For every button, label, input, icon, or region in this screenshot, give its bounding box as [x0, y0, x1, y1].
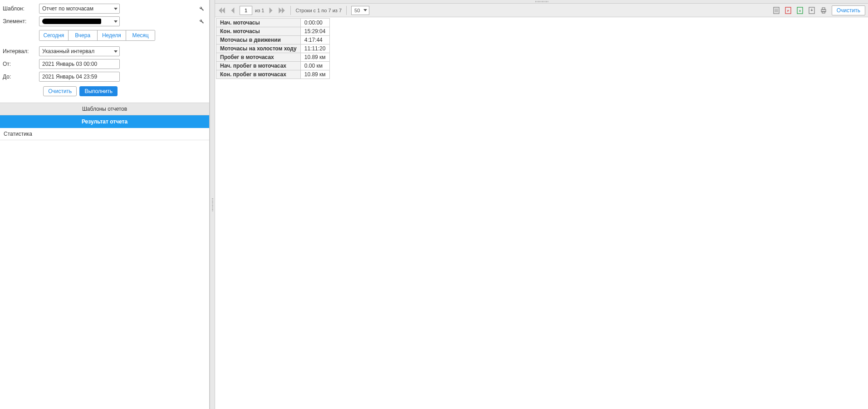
quick-month[interactable]: Месяц	[126, 30, 155, 40]
prev-page-button[interactable]	[229, 6, 237, 15]
table-row: Пробег в моточасах10.89 км	[216, 53, 330, 62]
page-of-text: из 1	[255, 8, 264, 13]
export-pdf-button[interactable]: P	[785, 7, 792, 14]
export-html-button[interactable]	[773, 7, 780, 14]
clear-button[interactable]: Очистить	[43, 86, 77, 96]
app-root: Шаблон: Отчет по моточасам Элемент:	[0, 0, 868, 409]
splitter-grip-icon	[535, 1, 548, 2]
chevron-left-icon	[229, 6, 237, 15]
stat-value: 0.00 км	[300, 62, 329, 70]
quick-week[interactable]: Неделя	[97, 30, 126, 40]
table-row: Моточасы на холостом ходу11:11:20	[216, 44, 330, 53]
template-select-value: Отчет по моточасам	[42, 5, 93, 12]
stats-table: Нач. моточасы0:00:00Кон. моточасы15:29:0…	[216, 18, 330, 79]
to-label: До:	[3, 74, 39, 80]
page-size-select[interactable]: 50	[351, 6, 369, 15]
file-export-icon	[808, 7, 815, 14]
excel-icon: X	[796, 7, 804, 14]
stat-unit: км	[316, 63, 323, 69]
table-row: Моточасы в движении4:17:44	[216, 36, 330, 44]
table-row: Кон. моточасы15:29:04	[216, 27, 330, 36]
stat-value: 11:11:20	[300, 44, 329, 53]
chevron-down-icon	[114, 8, 118, 10]
execute-button[interactable]: Выполнить	[79, 86, 118, 96]
section-result[interactable]: Результат отчета	[0, 115, 209, 128]
page-input[interactable]	[240, 6, 252, 15]
svg-text:P: P	[787, 10, 789, 12]
splitter-horizontal[interactable]	[215, 0, 868, 4]
pdf-icon: P	[785, 7, 792, 14]
sidebar: Шаблон: Отчет по моточасам Элемент:	[0, 0, 210, 409]
document-icon	[773, 7, 780, 14]
printer-icon	[820, 7, 827, 14]
from-label: От:	[3, 61, 39, 67]
quick-yesterday[interactable]: Вчера	[68, 30, 97, 40]
toolbar-clear-button[interactable]: Очистить	[832, 5, 865, 15]
to-date-value: 2021 Январь 04 23:59	[42, 74, 97, 80]
print-button[interactable]	[820, 7, 827, 14]
section-templates[interactable]: Шаблоны отчетов	[0, 103, 209, 115]
first-page-button[interactable]	[218, 6, 226, 15]
stat-name: Нач. пробег в моточасах	[216, 62, 301, 70]
chevron-down-icon	[114, 50, 118, 53]
result-item-statistics[interactable]: Статистика	[0, 128, 209, 140]
next-page-button[interactable]	[267, 6, 275, 15]
report-area: Нач. моточасы0:00:00Кон. моточасы15:29:0…	[215, 17, 868, 409]
stat-value: 10.89 км	[300, 70, 329, 79]
quick-interval-group: Сегодня Вчера Неделя Месяц	[39, 30, 155, 41]
page-size-value: 50	[354, 8, 360, 13]
element-select-value-redacted	[42, 19, 101, 24]
svg-rect-10	[822, 8, 825, 10]
stat-value: 15:29:04	[300, 27, 329, 36]
stat-unit: км	[319, 71, 326, 78]
to-date-input[interactable]: 2021 Январь 04 23:59	[39, 72, 120, 82]
wrench-icon	[198, 18, 204, 24]
from-date-input[interactable]: 2021 Январь 03 00:00	[39, 59, 120, 69]
rows-info-text: Строки с 1 по 7 из 7	[295, 8, 342, 13]
interval-select-value: Указанный интервал	[42, 48, 94, 54]
stat-name: Моточасы на холостом ходу	[216, 44, 301, 53]
chevrons-right-icon	[278, 6, 286, 15]
table-row: Кон. пробег в моточасах10.89 км	[216, 70, 330, 79]
element-select[interactable]	[39, 16, 120, 26]
template-settings-button[interactable]	[196, 5, 206, 13]
export-excel-button[interactable]: X	[796, 7, 804, 14]
stat-name: Пробег в моточасах	[216, 53, 301, 62]
stat-unit: км	[319, 54, 326, 60]
table-row: Нач. пробег в моточасах0.00 км	[216, 62, 330, 70]
chevrons-left-icon	[218, 6, 226, 15]
template-label: Шаблон:	[3, 5, 39, 12]
report-toolbar: из 1 Строки с 1 по 7 из 7 50	[215, 4, 868, 17]
chevron-down-icon	[363, 9, 367, 11]
last-page-button[interactable]	[278, 6, 286, 15]
interval-select[interactable]: Указанный интервал	[39, 46, 120, 56]
element-settings-button[interactable]	[196, 18, 206, 25]
from-date-value: 2021 Январь 03 00:00	[42, 61, 97, 67]
report-form: Шаблон: Отчет по моточасам Элемент:	[0, 0, 209, 103]
element-label: Элемент:	[3, 18, 39, 25]
stat-name: Кон. пробег в моточасах	[216, 70, 301, 79]
stat-name: Моточасы в движении	[216, 36, 301, 44]
export-file-button[interactable]	[808, 7, 815, 14]
stat-name: Кон. моточасы	[216, 27, 301, 36]
interval-label: Интервал:	[3, 48, 39, 54]
wrench-icon	[198, 5, 204, 11]
svg-text:X: X	[799, 10, 801, 12]
main-panel: из 1 Строки с 1 по 7 из 7 50	[215, 0, 868, 409]
splitter-vertical[interactable]	[210, 0, 215, 409]
chevron-right-icon	[267, 6, 275, 15]
stat-name: Нач. моточасы	[216, 19, 301, 27]
table-row: Нач. моточасы0:00:00	[216, 19, 330, 27]
stat-value: 10.89 км	[300, 53, 329, 62]
quick-today[interactable]: Сегодня	[39, 30, 68, 40]
stat-value: 0:00:00	[300, 19, 329, 27]
chevron-down-icon	[114, 20, 118, 23]
template-select[interactable]: Отчет по моточасам	[39, 4, 120, 14]
stat-value: 4:17:44	[300, 36, 329, 44]
splitter-grip-icon	[212, 198, 213, 211]
